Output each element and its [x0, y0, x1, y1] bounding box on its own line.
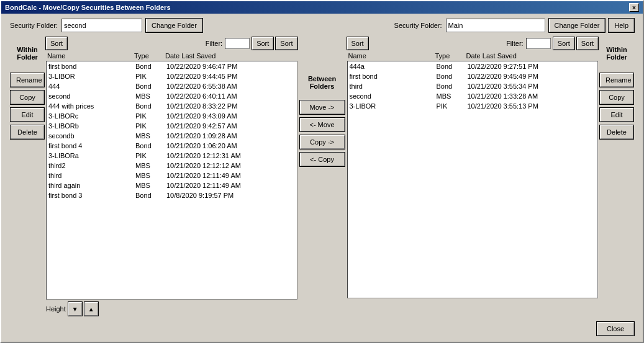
left-list-item[interactable]: first bondBond10/22/2020 9:46:47 PM [47, 61, 297, 71]
height-up-button[interactable]: ▲ [84, 302, 98, 316]
right-col-headers: Name Type Date Last Saved [347, 52, 599, 60]
right-list-box[interactable]: 444aBond10/22/2020 9:27:51 PMfirst bondB… [347, 61, 599, 298]
right-rename-button[interactable]: Rename [600, 73, 633, 87]
close-button[interactable]: Close [597, 322, 634, 336]
right-folder-input[interactable] [446, 19, 545, 32]
right-list-item[interactable]: secondMBS10/21/2020 1:33:28 AM [348, 91, 598, 101]
left-delete-button[interactable]: Delete [11, 125, 44, 139]
left-list-item[interactable]: 3-LIBORbPIK10/21/2020 9:42:57 AM [47, 121, 297, 131]
move-left-button[interactable]: <- Move [300, 118, 345, 131]
left-change-folder-button[interactable]: Change Folder [146, 19, 202, 32]
between-panel: Between Folders Move -> <- Move Copy -> … [297, 36, 347, 317]
left-sort3-button[interactable]: Sort [276, 37, 297, 50]
right-side-buttons: WithinFolder Rename Copy Edit Delete [598, 36, 635, 317]
left-rename-button[interactable]: Rename [11, 73, 44, 87]
copy-right-button[interactable]: Copy -> [300, 135, 345, 149]
left-col-headers: Name Type Date Last Saved [46, 52, 297, 60]
height-label: Height [46, 305, 66, 313]
right-folder-label: Security Folder: [394, 22, 442, 29]
left-copy-button[interactable]: Copy [11, 91, 44, 104]
right-col-name: Name [348, 52, 435, 60]
right-edit-button[interactable]: Edit [600, 108, 633, 122]
right-filter-input[interactable] [526, 38, 551, 49]
left-list-item[interactable]: third2MBS10/21/2020 12:12:12 AM [47, 161, 297, 171]
right-filter-label: Filter: [506, 40, 524, 47]
left-list-item[interactable]: secondbMBS10/21/2020 1:09:28 AM [47, 131, 297, 141]
right-folder-section: Security Folder: Change Folder Help [394, 19, 634, 32]
right-sort1-button[interactable]: Sort [347, 37, 368, 50]
left-list-section: Sort Filter: Sort Sort Name Type Date La… [46, 36, 297, 317]
window-content: Security Folder: Change Folder Security … [1, 14, 643, 342]
left-list-item[interactable]: first bond 3Bond10/8/2020 9:19:57 PM [47, 190, 297, 200]
main-window: BondCalc - Move/Copy Securities Between … [0, 0, 644, 343]
right-sort2-button[interactable]: Sort [553, 37, 574, 50]
left-list-item[interactable]: 444Bond10/22/2020 6:55:38 AM [47, 81, 297, 91]
left-side-buttons: WithinFolder Rename Copy Edit Delete [9, 36, 46, 317]
right-list-item[interactable]: 3-LIBORPIK10/21/2020 3:55:13 PM [348, 101, 598, 111]
right-change-folder-button[interactable]: Change Folder [549, 19, 605, 32]
right-sort-row: Sort Filter: Sort Sort [347, 36, 599, 51]
left-col-type: Type [134, 52, 165, 60]
right-col-type: Type [435, 52, 466, 60]
left-folder-label: Security Folder: [10, 22, 58, 29]
bottom-bar: Close [5, 319, 639, 338]
left-filter-label: Filter: [206, 40, 223, 47]
left-filter-input[interactable] [225, 38, 250, 49]
help-button[interactable]: Help [609, 19, 634, 32]
right-list-section: Sort Filter: Sort Sort Name Type Date La… [347, 36, 599, 317]
left-folder-section: Security Folder: Change Folder [10, 19, 202, 32]
right-within-folder-label: WithinFolder [606, 46, 627, 61]
between-label: Between Folders [308, 75, 336, 90]
left-list-item[interactable]: 3-LIBORcPIK10/21/2020 9:43:09 AM [47, 111, 297, 121]
left-col-date: Date Last Saved [165, 52, 296, 60]
left-list-item[interactable]: first bond 4Bond10/21/2020 1:06:20 AM [47, 141, 297, 151]
close-icon[interactable]: × [629, 3, 639, 12]
left-list-item[interactable]: 444 with pricesBond10/21/2020 8:33:22 PM [47, 101, 297, 111]
left-list-item[interactable]: 3-LIBORPIK10/22/2020 9:44:45 PM [47, 71, 297, 81]
left-sort2-button[interactable]: Sort [252, 37, 273, 50]
right-sort3-button[interactable]: Sort [577, 37, 598, 50]
left-edit-button[interactable]: Edit [11, 108, 44, 122]
right-copy-button[interactable]: Copy [600, 91, 633, 104]
left-folder-input[interactable] [61, 19, 142, 32]
right-delete-button[interactable]: Delete [600, 125, 633, 139]
left-list-item[interactable]: 3-LIBORaPIK10/21/2020 12:12:31 AM [47, 151, 297, 161]
window-title: BondCalc - Move/Copy Securities Between … [5, 4, 171, 11]
copy-left-button[interactable]: <- Copy [300, 153, 345, 166]
title-bar: BondCalc - Move/Copy Securities Between … [1, 1, 643, 14]
main-area: WithinFolder Rename Copy Edit Delete Sor… [5, 36, 639, 317]
height-down-button[interactable]: ▼ [68, 302, 82, 316]
left-sort1-button[interactable]: Sort [46, 37, 67, 50]
left-list-item[interactable]: thirdMBS10/21/2020 12:11:49 AM [47, 171, 297, 180]
right-list-item[interactable]: thirdBond10/21/2020 3:55:34 PM [348, 81, 598, 91]
left-list-box[interactable]: first bondBond10/22/2020 9:46:47 PM3-LIB… [46, 61, 297, 300]
left-col-name: Name [47, 52, 134, 60]
left-within-folder-label: WithinFolder [17, 46, 38, 61]
right-list-item[interactable]: 444aBond10/22/2020 9:27:51 PM [348, 61, 598, 71]
right-col-date: Date Last Saved [466, 52, 597, 60]
left-sort-row: Sort Filter: Sort Sort [46, 36, 297, 51]
right-list-item[interactable]: first bondBond10/22/2020 9:45:49 PM [348, 71, 598, 81]
left-list-item[interactable]: third againMBS10/21/2020 12:11:49 AM [47, 180, 297, 190]
left-list-item[interactable]: secondMBS10/22/2020 6:40:11 AM [47, 91, 297, 101]
move-right-button[interactable]: Move -> [300, 100, 345, 114]
